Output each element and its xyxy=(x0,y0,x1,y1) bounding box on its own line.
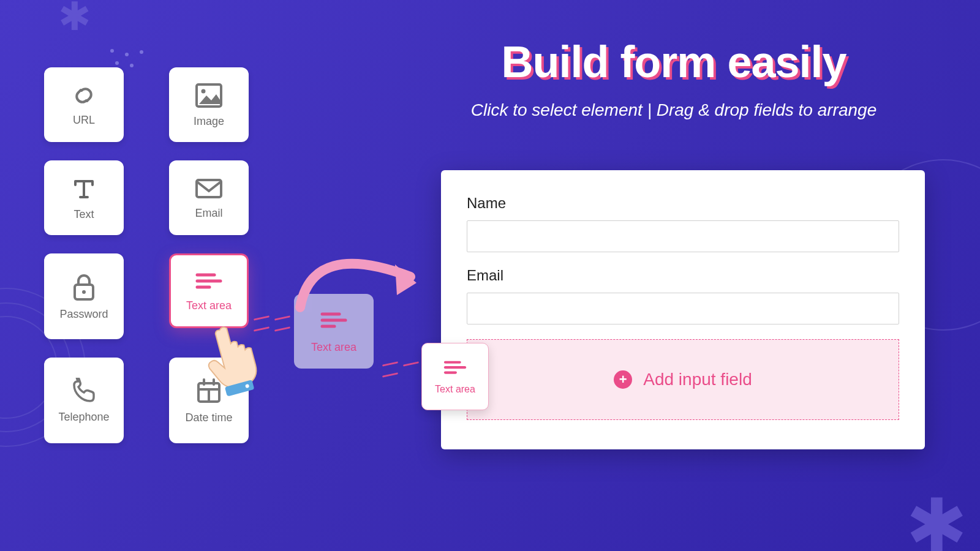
headline-title: Build form easily xyxy=(423,37,925,87)
palette-tile-text[interactable]: Text xyxy=(44,160,124,235)
palette-label: Email xyxy=(195,207,222,220)
add-field-dropzone[interactable]: + Add input field xyxy=(467,339,899,420)
palette-tile-url[interactable]: URL xyxy=(44,67,124,142)
headline: Build form easily Click to select elemen… xyxy=(423,37,925,120)
palette-label: Date time xyxy=(185,411,232,424)
motion-trail xyxy=(380,358,421,380)
palette-tile-textarea[interactable]: Text area xyxy=(169,253,249,328)
palette-tile-email[interactable]: Email xyxy=(169,160,249,235)
dropzone-label: Add input field xyxy=(643,370,752,389)
svg-point-1 xyxy=(202,89,206,93)
email-input[interactable] xyxy=(467,293,899,324)
form-preview-card: Name Email + Add input field xyxy=(441,170,925,449)
plus-icon: + xyxy=(614,370,632,389)
email-icon xyxy=(194,176,224,201)
drag-drop-label: Text area xyxy=(435,384,475,395)
palette-tile-image[interactable]: Image xyxy=(169,67,249,142)
textarea-icon xyxy=(442,358,469,380)
palette-label: Text xyxy=(74,208,94,221)
lock-icon xyxy=(71,272,97,302)
palette-label: Telephone xyxy=(58,411,109,424)
drag-ghost-label: Text area xyxy=(311,341,356,354)
field-label: Email xyxy=(467,267,899,284)
svg-point-4 xyxy=(82,290,86,294)
field-label: Name xyxy=(467,195,899,212)
svg-rect-2 xyxy=(197,180,221,197)
palette-tile-telephone[interactable]: Telephone xyxy=(44,358,124,443)
text-icon xyxy=(69,175,99,202)
image-icon xyxy=(194,82,224,109)
form-field-email: Email xyxy=(467,267,899,324)
telephone-icon xyxy=(70,378,97,405)
drag-drop-tile: Text area xyxy=(421,343,489,410)
palette-label: Password xyxy=(59,308,108,321)
headline-subtitle: Click to select element | Drag & drop fi… xyxy=(423,100,925,120)
form-field-name: Name xyxy=(467,195,899,252)
decorative-asterisk-icon: ✱ xyxy=(58,0,91,39)
palette-label: URL xyxy=(73,114,95,127)
drag-arrow-icon xyxy=(288,228,435,322)
palette-label: Image xyxy=(194,115,224,128)
palette-tile-password[interactable]: Password xyxy=(44,253,124,339)
name-input[interactable] xyxy=(467,220,899,252)
link-icon xyxy=(69,83,99,108)
decorative-asterisk-icon: ✱ xyxy=(906,483,968,551)
textarea-icon xyxy=(194,270,224,293)
palette-label: Text area xyxy=(186,299,232,312)
